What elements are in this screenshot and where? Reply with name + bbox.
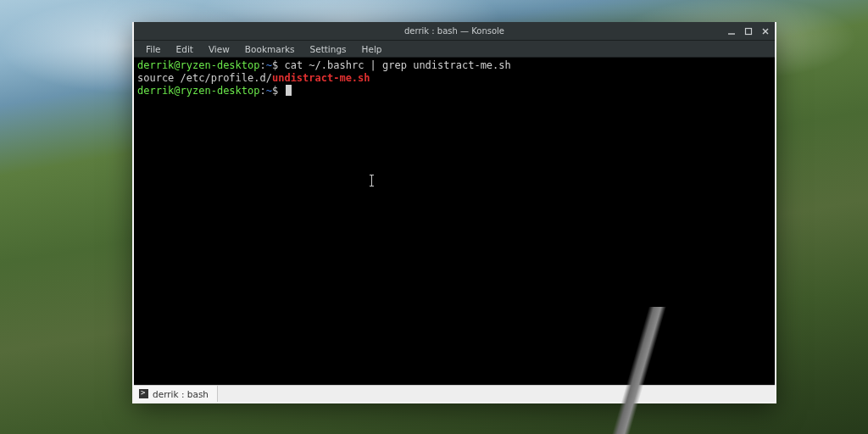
output-match: undistract-me.sh (272, 72, 370, 84)
terminal-icon (139, 389, 148, 398)
block-cursor-icon (286, 85, 292, 96)
menu-edit[interactable]: Edit (170, 42, 200, 56)
minimize-button[interactable] (726, 25, 737, 37)
prompt-path: ~ (266, 59, 272, 71)
tabbar: derrik : bash (134, 385, 775, 402)
text-cursor-icon (371, 175, 372, 186)
prompt-colon: : (260, 59, 266, 71)
menu-bookmarks[interactable]: Bookmarks (238, 42, 302, 56)
menu-view[interactable]: View (202, 42, 236, 56)
window-title: derrik : bash — Konsole (134, 26, 775, 36)
prompt-symbol: $ (272, 59, 278, 71)
prompt-symbol: $ (272, 85, 278, 97)
window-controls (726, 22, 771, 40)
tab-terminal[interactable]: derrik : bash (134, 386, 218, 402)
maximize-button[interactable] (743, 25, 754, 37)
terminal-line: source /etc/profile.d/undistract-me.sh (137, 72, 771, 85)
command-text: cat ~/.bashrc | grep undistract-me.sh (284, 59, 510, 71)
titlebar[interactable]: derrik : bash — Konsole (134, 22, 775, 41)
prompt-userhost: derrik@ryzen-desktop (137, 85, 260, 97)
prompt-path: ~ (266, 85, 272, 97)
close-button[interactable] (760, 25, 771, 37)
menu-file[interactable]: File (139, 42, 168, 56)
output-prefix: source /etc/profile.d/ (137, 72, 272, 84)
menubar: File Edit View Bookmarks Settings Help (134, 41, 775, 58)
prompt-userhost: derrik@ryzen-desktop (137, 59, 260, 71)
terminal-line: derrik@ryzen-desktop:~$ cat ~/.bashrc | … (137, 59, 771, 72)
menu-help[interactable]: Help (355, 42, 389, 56)
prompt-colon: : (260, 85, 266, 97)
tab-label: derrik : bash (153, 389, 209, 399)
menu-settings[interactable]: Settings (303, 42, 353, 56)
svg-rect-1 (746, 28, 752, 34)
konsole-window: derrik : bash — Konsole File Edit View B… (132, 22, 776, 403)
terminal-line: derrik@ryzen-desktop:~$ (137, 85, 771, 97)
terminal-area[interactable]: derrik@ryzen-desktop:~$ cat ~/.bashrc | … (134, 58, 775, 385)
